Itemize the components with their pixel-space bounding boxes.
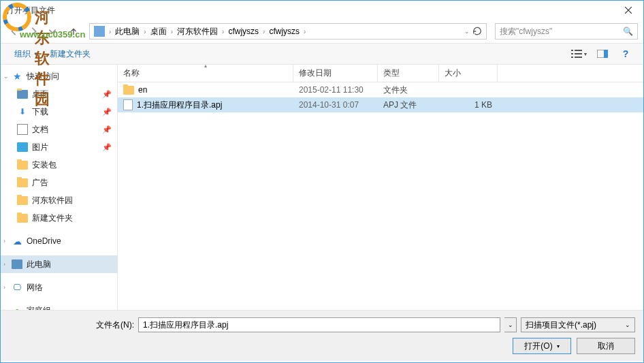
cancel-button[interactable]: 取消 — [577, 338, 635, 354]
new-folder-button[interactable]: 新建文件夹 — [44, 46, 96, 63]
sidebar-this-pc[interactable]: ›此电脑 — [1, 255, 117, 273]
file-size: 1 KB — [439, 100, 498, 110]
folder-icon — [123, 86, 134, 95]
homegroup-icon: ● — [12, 305, 22, 310]
crumb-2[interactable]: 河东软件园 — [173, 26, 222, 37]
search-input[interactable]: 搜索"cfwjyszs" 🔍 — [495, 23, 638, 40]
close-icon — [625, 7, 632, 14]
folder-icon — [17, 178, 28, 187]
help-icon: ? — [623, 48, 629, 59]
crumb-3[interactable]: cfwjyszs — [224, 27, 263, 36]
pin-icon: 📌 — [102, 108, 112, 116]
file-type: 文件夹 — [378, 84, 439, 96]
column-date[interactable]: 修改日期 — [293, 65, 378, 82]
list-row[interactable]: 1.扫描应用程序目录.apj 2014-10-31 0:07 APJ 文件 1 … — [118, 97, 643, 112]
bottom-panel: 文件名(N): ⌄ 扫描项目文件(*.apj)⌄ 打开(O)▾ 取消 — [1, 310, 643, 361]
chevron-down-icon[interactable]: ⌄ — [464, 28, 470, 35]
list-header: ▴名称 修改日期 类型 大小 — [118, 65, 643, 82]
folder-icon — [17, 214, 28, 223]
pc-icon — [94, 26, 105, 37]
chevron-down-icon — [48, 27, 57, 36]
arrow-left-icon — [10, 27, 19, 36]
list-row[interactable]: en 2015-02-11 11:30 文件夹 — [118, 82, 643, 97]
document-icon — [17, 124, 28, 135]
svg-rect-3 — [575, 50, 582, 51]
file-type: APJ 文件 — [378, 99, 439, 111]
svg-rect-6 — [571, 57, 573, 58]
sidebar-item-downloads[interactable]: ⬇下载📌 — [1, 103, 117, 121]
arrow-right-icon — [29, 27, 38, 36]
search-icon: 🔍 — [623, 27, 633, 36]
sort-indicator-icon: ▴ — [204, 63, 207, 69]
sidebar-item-newfolder[interactable]: 新建文件夹 — [1, 209, 117, 227]
sidebar-onedrive[interactable]: ›☁OneDrive — [1, 232, 117, 250]
help-button[interactable]: ? — [616, 46, 635, 61]
file-name: en — [138, 85, 147, 95]
filename-label: 文件名(N): — [96, 319, 134, 331]
chevron-down-icon: ⌄ — [508, 321, 513, 328]
pin-icon: 📌 — [102, 143, 112, 152]
folder-icon — [17, 90, 28, 99]
sidebar-item-pictures[interactable]: 图片📌 — [1, 138, 117, 156]
crumb-4[interactable]: cfwjyszs — [265, 27, 304, 36]
chevron-right-icon: › — [3, 238, 5, 244]
preview-pane-button[interactable] — [593, 46, 612, 61]
refresh-icon[interactable] — [472, 27, 482, 36]
close-button[interactable] — [613, 1, 643, 20]
organize-button[interactable]: 组织▼ — [9, 46, 44, 63]
sidebar-item-desktop[interactable]: 桌面📌 — [1, 85, 117, 103]
sidebar-network[interactable]: ›🖵网络 — [1, 279, 117, 296]
sidebar-quick-access[interactable]: ⌄★快速访问 — [1, 67, 117, 85]
file-name: 1.扫描应用程序目录.apj — [137, 99, 222, 111]
chevron-right-icon: › — [3, 284, 5, 291]
column-type[interactable]: 类型 — [378, 65, 439, 82]
crumb-1[interactable]: 桌面 — [146, 26, 171, 37]
file-type-filter[interactable]: 扫描项目文件(*.apj)⌄ — [521, 317, 635, 332]
pane-icon — [597, 50, 608, 58]
toolbar: 组织▼ 新建文件夹 ▼ ? — [1, 43, 643, 65]
nav-recent-button[interactable] — [44, 23, 61, 40]
column-name[interactable]: ▴名称 — [118, 65, 293, 82]
svg-rect-5 — [575, 53, 582, 54]
folder-icon — [17, 161, 28, 170]
filename-input[interactable] — [138, 317, 500, 332]
folder-icon — [17, 196, 28, 205]
star-icon: ★ — [12, 71, 22, 82]
filename-dropdown[interactable]: ⌄ — [504, 317, 517, 332]
split-chevron-icon: ▾ — [557, 343, 560, 349]
chevron-right-icon: › — [3, 307, 5, 310]
download-icon: ⬇ — [17, 106, 28, 117]
pin-icon: 📌 — [102, 90, 112, 99]
sidebar-item-ads[interactable]: 广告 — [1, 174, 117, 191]
navbar: › 此电脑 › 桌面 › 河东软件园 › cfwjyszs › cfwjyszs… — [1, 20, 643, 43]
file-icon — [123, 99, 133, 110]
nav-up-button[interactable] — [66, 24, 81, 39]
chevron-down-icon: ⌄ — [3, 73, 9, 80]
view-options-button[interactable]: ▼ — [570, 46, 589, 61]
search-placeholder: 搜索"cfwjyszs" — [500, 26, 552, 37]
svg-rect-2 — [571, 50, 573, 51]
nav-back-button[interactable] — [6, 23, 22, 40]
svg-rect-9 — [604, 50, 608, 58]
titlebar: 打开项目文件 — [1, 1, 643, 20]
chevron-down-icon: ⌄ — [625, 321, 630, 328]
arrow-up-icon — [69, 27, 78, 36]
picture-icon — [17, 142, 28, 152]
pc-icon — [12, 259, 22, 269]
column-size[interactable]: 大小 — [439, 65, 498, 82]
chevron-right-icon: › — [304, 28, 306, 35]
file-date: 2015-02-11 11:30 — [293, 85, 378, 95]
cloud-icon: ☁ — [12, 236, 22, 247]
nav-forward-button[interactable] — [25, 23, 42, 40]
crumb-0[interactable]: 此电脑 — [111, 26, 144, 37]
sidebar-item-hedong[interactable]: 河东软件园 — [1, 191, 117, 209]
chevron-right-icon: › — [3, 261, 5, 268]
file-date: 2014-10-31 0:07 — [293, 100, 378, 110]
sidebar-homegroup[interactable]: ›●家庭组 — [1, 302, 117, 310]
svg-rect-7 — [575, 57, 582, 58]
sidebar-item-install[interactable]: 安装包 — [1, 156, 117, 174]
window-title: 打开项目文件 — [6, 5, 55, 16]
sidebar-item-documents[interactable]: 文档📌 — [1, 121, 117, 138]
breadcrumb[interactable]: › 此电脑 › 桌面 › 河东软件园 › cfwjyszs › cfwjyszs… — [89, 23, 487, 40]
open-button[interactable]: 打开(O)▾ — [513, 338, 571, 354]
